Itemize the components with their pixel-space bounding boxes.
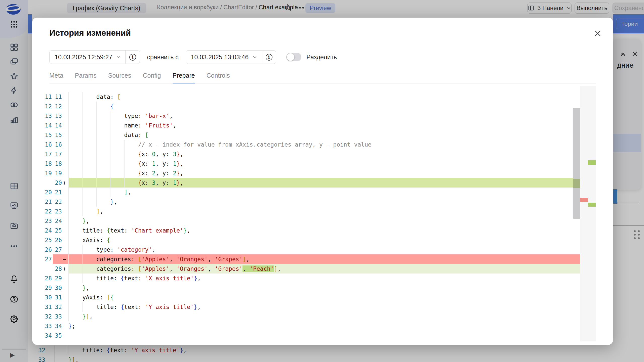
new-line-number: 23: [52, 208, 62, 215]
new-line-number: 33: [52, 313, 62, 320]
revision-from-select[interactable]: 10.03.2025 12:59:27: [50, 54, 125, 61]
new-line-number: 11: [52, 94, 62, 100]
old-line-number: 32: [38, 313, 52, 320]
new-line-number: 27: [52, 246, 62, 253]
revision-history-modal: История изменений 10.03.2025 12:59:27 i …: [32, 18, 613, 345]
tab-sources[interactable]: Sources: [108, 69, 131, 83]
new-line-number: 30: [52, 285, 62, 291]
new-line-number: 21: [52, 189, 62, 196]
diff-row: 1919{x: 2, y: 2},: [38, 168, 580, 178]
minimap-added-marker: [588, 160, 596, 165]
revision-to-group: 10.03.2025 13:03:46 i: [186, 50, 276, 64]
tab-prepare[interactable]: Prepare: [173, 69, 195, 83]
diff-row: 2021],: [38, 188, 580, 197]
old-line-number: 13: [38, 113, 52, 119]
tab-controls[interactable]: Controls: [207, 69, 230, 83]
diff-scrollbar[interactable]: [573, 108, 580, 219]
old-line-number: 11: [38, 94, 52, 100]
diff-row: 3435: [38, 331, 580, 340]
revision-to-select[interactable]: 10.03.2025 13:03:46: [186, 54, 262, 61]
old-line-number: 20: [38, 189, 52, 196]
diff-minimap[interactable]: [580, 86, 596, 341]
revision-from-value: 10.03.2025 12:59:27: [55, 54, 112, 61]
new-line-number: 35: [52, 332, 62, 339]
info-icon: i: [129, 54, 136, 61]
new-line-number: 15: [52, 132, 62, 138]
diff-row: 1616// x - index for value from xAxis.ca…: [38, 140, 580, 149]
diff-row: 1515data: [: [38, 130, 580, 140]
diff-row: 1313type: 'bar-x',: [38, 111, 580, 121]
diff-row: 2324},: [38, 216, 580, 226]
new-line-number: 16: [52, 141, 62, 148]
app-root: График (Gravity Charts) Коллекции и ворк…: [0, 0, 644, 362]
minimap-removed-marker: [580, 198, 588, 202]
new-line-number: 26: [52, 237, 62, 243]
close-icon[interactable]: [593, 29, 602, 38]
diff-row: 2627type: 'category',: [38, 245, 580, 254]
diff-row: 1717{x: 0, y: 3},: [38, 149, 580, 159]
new-line-number: 29: [52, 275, 62, 282]
new-line-number: 19: [52, 170, 62, 176]
revision-to-value: 10.03.2025 13:03:46: [191, 54, 249, 61]
old-line-number: 22: [38, 208, 52, 215]
new-line-number: 34: [52, 323, 62, 329]
diff-row-removed: 27−categories: ['Apples', 'Oranges', 'Gr…: [38, 254, 580, 264]
old-line-number: 30: [38, 294, 52, 301]
new-line-number: 31: [52, 294, 62, 301]
old-line-number: 24: [38, 227, 52, 234]
diff-row: 3031yAxis: [{: [38, 293, 580, 302]
new-line-number: 12: [52, 103, 62, 110]
split-toggle-label: Разделить: [306, 54, 337, 61]
new-line-number: 24: [52, 218, 62, 224]
diff-row: 1111data: [: [38, 92, 580, 102]
diff-row: 2223],: [38, 207, 580, 216]
diff-row: 3132title: {text: 'Y axis title'},: [38, 302, 580, 312]
diff-row: 2526xAxis: {: [38, 235, 580, 245]
diff-row: 2829title: {text: 'X axis title'},: [38, 274, 580, 283]
split-toggle[interactable]: [286, 53, 301, 61]
diff-row: 3233}],: [38, 312, 580, 321]
minimap-added-marker: [588, 203, 596, 207]
modal-title: История изменений: [49, 28, 131, 38]
revision-to-info-button[interactable]: i: [262, 54, 276, 61]
old-line-number: 33: [38, 323, 52, 329]
tab-meta[interactable]: Meta: [49, 69, 63, 83]
diff-marker: −: [62, 256, 68, 262]
tab-params[interactable]: Params: [75, 69, 97, 83]
old-line-number: 29: [38, 285, 52, 291]
old-line-number: 28: [38, 275, 52, 282]
new-line-number: 32: [52, 304, 62, 310]
diff-row-added: 20+{x: 3, y: 1},: [38, 178, 580, 188]
old-line-number: 12: [38, 103, 52, 110]
revision-from-group: 10.03.2025 12:59:27 i: [49, 50, 140, 64]
diff-row: 2122},: [38, 197, 580, 207]
old-line-number: 31: [38, 304, 52, 310]
new-line-number: 25: [52, 227, 62, 234]
old-line-number: 27: [38, 256, 52, 262]
new-line-number: 14: [52, 122, 62, 129]
code-diff: 1111data: [1212{1313type: 'bar-x',1414na…: [38, 92, 580, 340]
diff-row: 1212{: [38, 102, 580, 111]
old-line-number: 23: [38, 218, 52, 224]
compare-label: сравнить с: [147, 54, 178, 61]
old-line-number: 18: [38, 160, 52, 167]
revision-from-info-button[interactable]: i: [126, 54, 140, 61]
old-line-number: 25: [38, 237, 52, 243]
new-line-number: 13: [52, 113, 62, 119]
old-line-number: 34: [38, 332, 52, 339]
old-line-number: 16: [38, 141, 52, 148]
new-line-number: 18: [52, 160, 62, 167]
diff-marker: +: [62, 265, 68, 272]
diff-marker: +: [62, 179, 68, 186]
tab-config[interactable]: Config: [143, 69, 161, 83]
diff-row: 2930},: [38, 283, 580, 293]
revision-controls: 10.03.2025 12:59:27 i сравнить с 10.03.2…: [49, 50, 337, 64]
diff-row: 1414name: 'Fruits',: [38, 121, 580, 130]
diff-row: 2425title: {text: 'Chart example'},: [38, 226, 580, 235]
old-line-number: 17: [38, 151, 52, 157]
old-line-number: 14: [38, 122, 52, 129]
old-line-number: 26: [38, 246, 52, 253]
new-line-number: 20: [52, 179, 62, 186]
info-icon: i: [266, 54, 272, 61]
new-line-number: 28: [52, 265, 62, 272]
